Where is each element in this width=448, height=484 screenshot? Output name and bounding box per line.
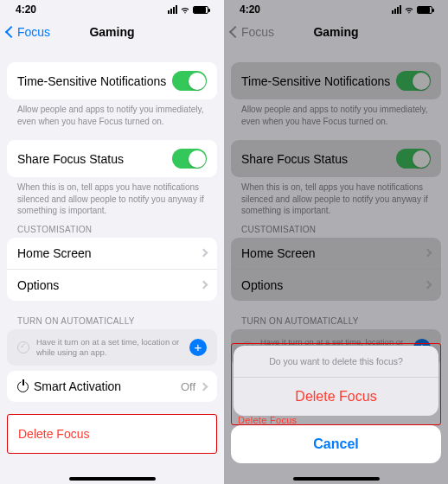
sheet-question: Do you want to delete this focus?	[234, 346, 438, 378]
highlight-box: Do you want to delete this focus? Delete…	[231, 343, 441, 425]
delete-label: Delete Focus	[18, 424, 89, 444]
back-button[interactable]: Focus	[7, 25, 50, 39]
nav-bar: Focus Gaming	[0, 17, 224, 47]
check-icon	[17, 341, 29, 353]
row-label: Home Screen	[17, 246, 92, 260]
smart-activation-row[interactable]: Smart Activation Off	[7, 371, 217, 402]
status-time: 4:20	[16, 3, 36, 16]
wifi-icon	[180, 4, 190, 15]
time-sensitive-row[interactable]: Time-Sensitive Notifications	[7, 62, 217, 99]
highlight-box: Delete Focus	[7, 414, 217, 454]
toggle-on[interactable]	[172, 149, 207, 169]
back-label: Focus	[17, 25, 50, 39]
nav-title: Gaming	[89, 25, 134, 39]
chevron-right-icon	[200, 249, 208, 258]
status-bar: 4:20	[0, 0, 224, 17]
home-indicator[interactable]	[293, 477, 380, 481]
description: Allow people and apps to notify you imme…	[7, 99, 217, 131]
chevron-left-icon	[5, 26, 17, 38]
plus-button[interactable]: +	[189, 339, 207, 356]
options-row[interactable]: Options	[7, 270, 217, 301]
auto-hint: Have it turn on at a set time, location …	[7, 329, 217, 366]
sheet-delete-button[interactable]: Delete Focus	[234, 378, 438, 416]
row-label: Share Focus Status	[17, 152, 124, 166]
row-label: Options	[17, 278, 59, 292]
power-icon	[17, 381, 29, 392]
row-value: Off	[181, 380, 195, 393]
share-status-row[interactable]: Share Focus Status	[7, 140, 217, 177]
chevron-right-icon	[200, 281, 208, 290]
delete-focus-button[interactable]: Delete Focus	[8, 415, 216, 453]
section-header: TURN ON AUTOMATICALLY	[7, 313, 217, 329]
home-indicator[interactable]	[69, 477, 156, 481]
home-screen-row[interactable]: Home Screen	[7, 238, 217, 270]
action-sheet: Do you want to delete this focus? Delete…	[231, 343, 441, 470]
phone-right: 4:20 Focus Gaming Time-Sensitive Notific…	[224, 0, 448, 484]
description: When this is on, tell apps you have noti…	[7, 177, 217, 221]
hint-text: Have it turn on at a set time, location …	[36, 337, 182, 359]
row-label: Smart Activation	[34, 379, 121, 393]
phone-left: 4:20 Focus Gaming Time-Sensitive Notific…	[0, 0, 224, 484]
sheet-cancel-button[interactable]: Cancel	[231, 425, 441, 463]
signal-icon	[168, 5, 177, 14]
section-header: CUSTOMISATION	[7, 221, 217, 238]
toggle-on[interactable]	[172, 71, 207, 91]
chevron-right-icon	[200, 382, 208, 391]
battery-icon	[193, 6, 208, 14]
row-label: Time-Sensitive Notifications	[17, 74, 166, 88]
